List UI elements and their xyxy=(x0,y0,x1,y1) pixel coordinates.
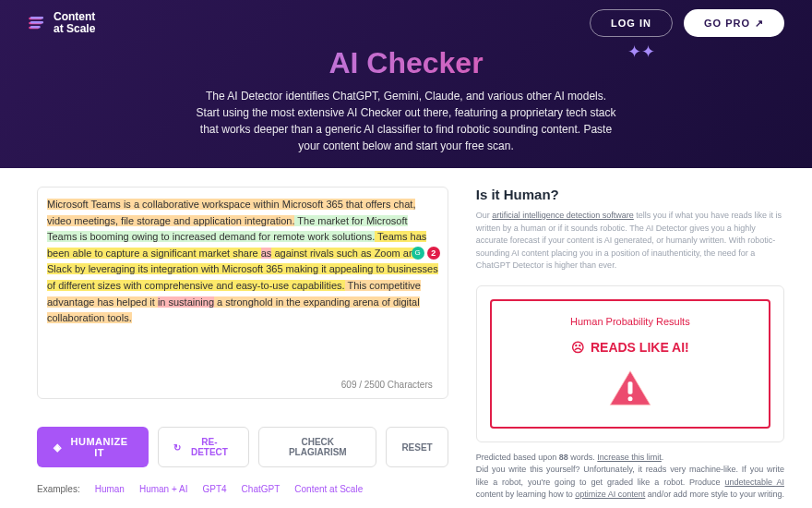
example-gpt4[interactable]: GPT4 xyxy=(202,484,226,494)
undetectable-link[interactable]: undetectable AI xyxy=(725,478,784,487)
go-pro-label: GO PRO xyxy=(704,18,750,29)
svg-point-1 xyxy=(627,396,632,401)
plagiarism-button[interactable]: CHECK PLAGIARISM xyxy=(258,427,376,467)
logo-icon xyxy=(28,14,46,32)
warning-triangle-icon xyxy=(607,368,653,408)
grammarly-icon: G xyxy=(412,247,424,260)
prediction-text: Predicted based upon 88 words. Increase … xyxy=(476,452,784,502)
detection-software-link[interactable]: artificial intelligence detection softwa… xyxy=(492,211,634,220)
page-title: AI Checker xyxy=(129,46,683,80)
brand-line-2: at Scale xyxy=(54,23,95,35)
text-segment: as xyxy=(261,248,272,259)
sparkle-icon: ✦✦ xyxy=(627,42,655,62)
login-button[interactable]: LOG IN xyxy=(590,9,673,37)
diamond-icon: ◈ xyxy=(54,441,62,454)
example-cas[interactable]: Content at Scale xyxy=(294,484,363,494)
example-chatgpt[interactable]: ChatGPT xyxy=(242,484,281,494)
go-pro-button[interactable]: GO PRO↗ xyxy=(684,9,784,37)
humanize-button[interactable]: ◈HUMANIZE IT xyxy=(37,427,149,467)
result-box: Human Probability Results ☹ READS LIKE A… xyxy=(476,285,784,442)
examples-label: Examples: xyxy=(37,484,80,494)
logo[interactable]: Contentat Scale xyxy=(28,11,95,35)
optimize-link[interactable]: optimize AI content xyxy=(575,490,645,499)
example-human-ai[interactable]: Human + AI xyxy=(139,484,188,494)
examples-row: Examples: Human Human + AI GPT4 ChatGPT … xyxy=(37,484,448,494)
increase-limit-link[interactable]: Increase this limit xyxy=(597,453,662,462)
nav-bar: Contentat Scale LOG IN GO PRO↗ xyxy=(0,0,812,46)
sad-face-icon: ☹ xyxy=(571,340,585,355)
hero-section: Contentat Scale LOG IN GO PRO↗ ✦✦ AI Che… xyxy=(0,0,812,168)
reset-button[interactable]: RESET xyxy=(386,427,448,467)
character-count: 609 / 2500 Characters xyxy=(341,378,438,393)
redetect-label: RE-DETECT xyxy=(185,437,233,457)
result-label: Human Probability Results xyxy=(501,316,759,327)
redetect-button[interactable]: ↻RE-DETECT xyxy=(158,427,249,467)
page-description: The AI Detector identifies ChatGPT, Gemi… xyxy=(194,88,618,154)
text-segment: in sustaining xyxy=(158,296,214,308)
sidebar-title: Is it Human? xyxy=(476,187,784,202)
verdict-text: READS LIKE AI! xyxy=(591,340,689,355)
humanize-label: HUMANIZE IT xyxy=(67,436,132,458)
content-textarea[interactable]: Microsoft Teams is a collaborative works… xyxy=(37,187,448,399)
refresh-icon: ↻ xyxy=(173,442,181,453)
grammarly-widget[interactable]: G 2 xyxy=(412,247,440,260)
arrow-icon: ↗ xyxy=(755,18,764,30)
sidebar-description: Our artificial intelligence detection so… xyxy=(476,210,784,272)
svg-rect-0 xyxy=(627,381,632,393)
result-verdict: ☹ READS LIKE AI! xyxy=(501,340,759,355)
grammarly-count: 2 xyxy=(427,247,440,260)
example-human[interactable]: Human xyxy=(95,484,125,494)
